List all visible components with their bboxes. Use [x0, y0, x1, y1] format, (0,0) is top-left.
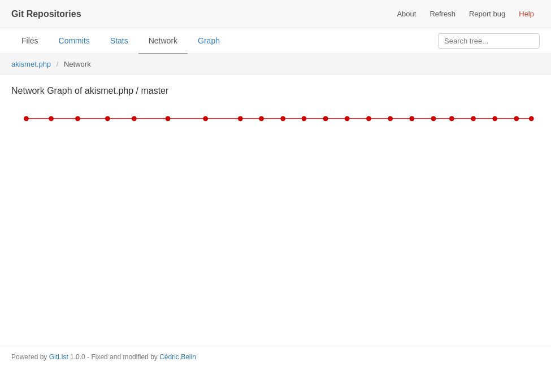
app-title: Git Repositories	[11, 9, 81, 19]
breadcrumb-repo-link[interactable]: akismet.php	[11, 60, 51, 68]
svg-point-4	[105, 116, 110, 121]
svg-point-10	[281, 116, 285, 121]
tab-graph[interactable]: Graph	[188, 28, 230, 54]
svg-point-18	[449, 116, 454, 121]
svg-point-6	[166, 116, 170, 121]
svg-point-14	[367, 116, 371, 121]
tabs-bar: Files Commits Stats Network Graph	[0, 28, 551, 54]
tab-stats[interactable]: Stats	[100, 28, 138, 54]
tab-network[interactable]: Network	[138, 28, 188, 54]
svg-point-22	[529, 116, 533, 121]
help-link[interactable]: Help	[513, 6, 540, 21]
svg-point-13	[345, 116, 349, 121]
footer: Powered by GitList 1.0.0 - Fixed and mod…	[0, 346, 551, 368]
breadcrumb-separator: /	[57, 60, 59, 68]
header: Git Repositories About Refresh Report bu…	[0, 0, 551, 28]
svg-point-1	[24, 116, 29, 121]
svg-point-12	[323, 116, 328, 121]
search-input[interactable]	[438, 33, 540, 49]
tab-commits[interactable]: Commits	[49, 28, 100, 54]
svg-point-2	[49, 116, 54, 121]
network-graph-svg	[11, 107, 540, 130]
gitlist-link[interactable]: GitList	[49, 353, 68, 361]
svg-point-5	[132, 116, 136, 121]
network-graph-canvas	[11, 107, 540, 130]
svg-point-20	[493, 116, 497, 121]
search-box	[438, 33, 540, 49]
footer-middle: 1.0.0 - Fixed and modified by	[68, 353, 159, 361]
svg-point-3	[76, 116, 80, 121]
svg-point-21	[514, 116, 519, 121]
main-content: Network Graph of akismet.php / master	[0, 75, 551, 346]
svg-point-19	[471, 116, 476, 121]
about-link[interactable]: About	[391, 6, 422, 21]
footer-prefix: Powered by	[11, 353, 49, 361]
tab-files[interactable]: Files	[11, 28, 49, 54]
refresh-link[interactable]: Refresh	[424, 6, 461, 21]
svg-point-11	[302, 116, 306, 121]
svg-point-16	[410, 116, 414, 121]
report-bug-link[interactable]: Report bug	[463, 6, 511, 21]
network-graph-title: Network Graph of akismet.php / master	[11, 86, 540, 96]
svg-point-17	[431, 116, 436, 121]
tabs-list: Files Commits Stats Network Graph	[11, 28, 438, 54]
header-nav: About Refresh Report bug Help	[391, 6, 540, 21]
breadcrumb-current: Network	[64, 60, 91, 68]
svg-point-7	[203, 116, 208, 121]
author-link[interactable]: Cédric Belin	[159, 353, 196, 361]
svg-point-15	[388, 116, 393, 121]
breadcrumb: akismet.php / Network	[0, 54, 551, 75]
svg-point-9	[259, 116, 264, 121]
svg-point-8	[238, 116, 242, 121]
